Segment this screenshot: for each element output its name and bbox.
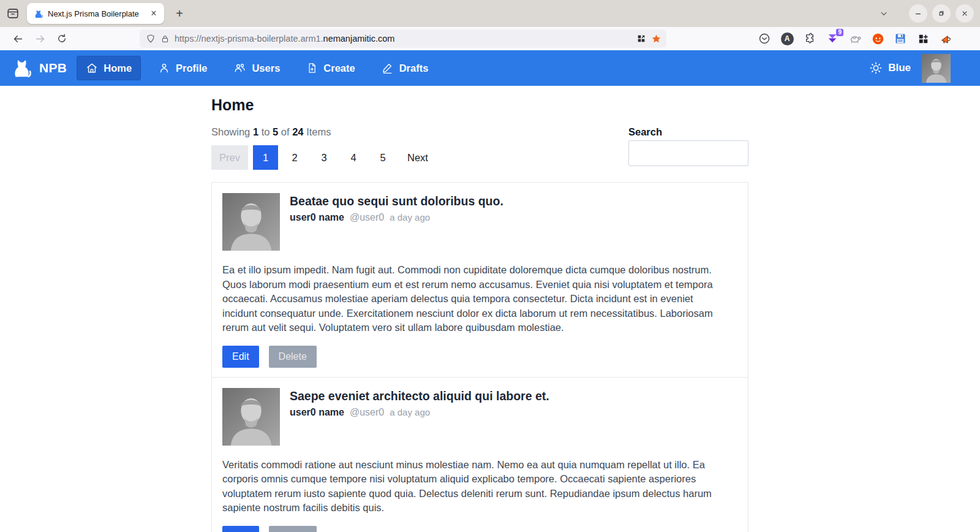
list-tabs-chevron-icon[interactable]	[875, 4, 893, 23]
page-content: Home Showing 1 to 5 of 24 Items Prev 1	[0, 96, 980, 532]
pencil-icon	[382, 62, 394, 74]
app-navbar: NPB Home Profile Users	[0, 50, 980, 86]
a-letter-extension-icon[interactable]: A	[780, 32, 794, 45]
file-plus-icon	[306, 62, 318, 74]
nav-item-profile[interactable]: Profile	[149, 56, 216, 80]
window-close-button[interactable]	[956, 4, 974, 23]
lock-icon[interactable]	[160, 34, 170, 44]
post-author-handle[interactable]: @user0	[350, 407, 384, 418]
purple-shield-extension-icon[interactable]: 9	[826, 32, 839, 45]
post-author-avatar[interactable]	[222, 388, 280, 446]
reload-icon[interactable]	[53, 29, 71, 48]
nav-item-users[interactable]: Users	[224, 56, 289, 80]
extension-badge: 9	[836, 29, 843, 36]
brand-label: NPB	[39, 61, 67, 75]
pagination-prev-button[interactable]: Prev	[211, 145, 248, 170]
window-restore-button[interactable]	[932, 4, 951, 23]
post-title[interactable]: Beatae quo sequi sunt doloribus quo.	[290, 194, 503, 208]
bookmark-star-icon[interactable]	[651, 34, 662, 44]
users-icon	[233, 62, 246, 74]
floppy-save-icon[interactable]	[894, 32, 907, 45]
brand[interactable]: NPB	[9, 56, 67, 80]
posts-list: Beatae quo sequi sunt doloribus quo. use…	[211, 182, 748, 532]
search-input[interactable]	[628, 140, 748, 166]
sun-icon	[869, 61, 883, 75]
nav-item-drafts[interactable]: Drafts	[372, 56, 438, 80]
showing-summary: Showing 1 to 5 of 24 Items	[211, 126, 438, 138]
page-title: Home	[211, 96, 748, 114]
nav-item-label: Profile	[176, 63, 207, 74]
tab-favicon-cat-icon	[33, 9, 43, 19]
user-avatar[interactable]	[922, 54, 951, 83]
nav-item-create[interactable]: Create	[297, 56, 364, 80]
post-item: Beatae quo sequi sunt doloribus quo. use…	[212, 183, 748, 377]
pagination-page-2[interactable]: 2	[280, 145, 309, 170]
delete-button[interactable]: Delete	[269, 526, 317, 532]
nav-item-label: Drafts	[399, 63, 429, 74]
browser-window: Next.js Prisma Boilerplate × +	[0, 0, 980, 532]
new-tab-button[interactable]: +	[170, 4, 189, 23]
post-timestamp: a day ago	[390, 212, 430, 222]
list-controls: Showing 1 to 5 of 24 Items Prev 1 2 3 4	[211, 126, 438, 170]
nav-item-label: Home	[104, 63, 132, 74]
url-text: https://nextjs-prisma-boilerplate.arm1.n…	[175, 34, 394, 44]
person-icon	[158, 62, 170, 74]
post-item: Saepe eveniet architecto aliquid qui lab…	[212, 377, 748, 532]
delete-button[interactable]: Delete	[269, 346, 317, 368]
pagination-page-1[interactable]: 1	[253, 145, 278, 170]
window-minimize-button[interactable]	[909, 4, 927, 23]
post-body: Ea et illo ipsum impedit. Nam fugit aut.…	[222, 263, 737, 335]
nav-item-home[interactable]: Home	[77, 56, 141, 80]
grid-plus-extension-icon[interactable]	[916, 32, 930, 45]
post-author-name[interactable]: user0 name	[290, 407, 344, 418]
menu-icon[interactable]	[962, 32, 973, 45]
tab-title: Next.js Prisma Boilerplate	[48, 9, 144, 18]
extension-toolbar: A 9	[758, 32, 973, 45]
post-author-handle[interactable]: @user0	[350, 212, 384, 223]
pagination-page-3[interactable]: 3	[309, 145, 339, 170]
post-timestamp: a day ago	[390, 407, 430, 417]
tracking-shield-icon[interactable]	[146, 34, 156, 44]
home-icon	[86, 62, 98, 74]
turtle-extension-icon[interactable]	[848, 32, 862, 45]
pagination-page-5[interactable]: 5	[368, 145, 398, 170]
nav-item-label: Create	[323, 63, 355, 74]
tab-close-icon[interactable]: ×	[148, 8, 159, 19]
edit-button[interactable]: Edit	[222, 526, 259, 532]
pagination-next-button[interactable]: Next	[398, 145, 438, 170]
pagination-page-4[interactable]: 4	[339, 145, 368, 170]
post-body: Veritatis commodi ratione aut nesciunt m…	[222, 458, 737, 515]
post-title[interactable]: Saepe eveniet architecto aliquid qui lab…	[290, 389, 549, 403]
pagination: Prev 1 2 3 4 5 Next	[211, 145, 438, 170]
npb-cat-logo-icon	[9, 56, 34, 80]
post-author-avatar[interactable]	[222, 193, 280, 251]
firefox-view-icon[interactable]	[4, 4, 22, 23]
megaphone-extension-icon[interactable]	[939, 32, 952, 45]
edit-button[interactable]: Edit	[222, 346, 259, 368]
post-author-name[interactable]: user0 name	[290, 212, 344, 223]
theme-label: Blue	[888, 62, 911, 74]
browser-tab[interactable]: Next.js Prisma Boilerplate ×	[27, 3, 164, 24]
pocket-icon[interactable]	[758, 32, 771, 45]
page-actions-squares-icon[interactable]	[636, 34, 646, 44]
puzzle-extensions-icon[interactable]	[803, 32, 816, 45]
browser-tab-bar: Next.js Prisma Boilerplate × +	[0, 0, 980, 27]
nav-item-label: Users	[252, 63, 280, 74]
browser-toolbar: https://nextjs-prisma-boilerplate.arm1.n…	[0, 27, 980, 50]
forward-icon[interactable]	[31, 29, 49, 48]
search-label: Search	[628, 126, 748, 138]
url-bar[interactable]: https://nextjs-prisma-boilerplate.arm1.n…	[140, 29, 666, 48]
back-icon[interactable]	[9, 29, 27, 48]
reddit-extension-icon[interactable]	[871, 32, 884, 45]
search-block: Search	[628, 126, 748, 166]
theme-toggle[interactable]: Blue	[869, 61, 911, 75]
nav-items: Home Profile Users Create	[77, 56, 437, 80]
